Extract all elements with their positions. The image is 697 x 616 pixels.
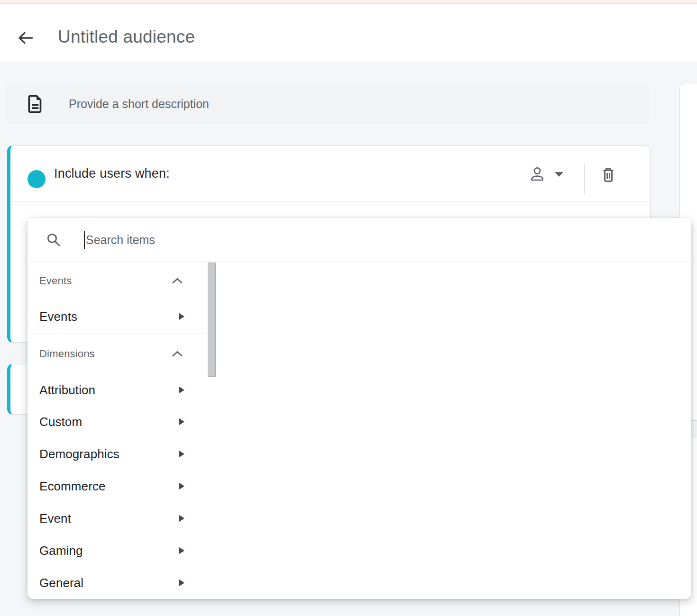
section-header-events[interactable]: Events xyxy=(28,268,196,294)
menu-item-demographics[interactable]: Demographics xyxy=(28,441,196,467)
section-divider xyxy=(28,334,208,334)
menu-item-label: General xyxy=(39,576,83,590)
section-label: Dimensions xyxy=(39,348,95,360)
scope-selector-button[interactable] xyxy=(525,163,581,186)
include-scope-dot xyxy=(28,170,46,188)
submenu-arrow-icon xyxy=(179,547,184,554)
section-label: Events xyxy=(39,275,72,287)
top-accent-strip xyxy=(0,0,697,4)
menu-item-general[interactable]: General xyxy=(28,570,196,596)
section-header-dimensions[interactable]: Dimensions xyxy=(28,341,196,367)
text-cursor xyxy=(84,231,85,249)
caret-down-icon xyxy=(555,172,563,177)
description-placeholder: Provide a short description xyxy=(69,83,209,124)
menu-item-label: Events xyxy=(39,309,77,324)
menu-item-label: Event xyxy=(39,511,71,526)
menu-item-label: Demographics xyxy=(39,447,119,462)
search-input[interactable] xyxy=(86,218,513,261)
page-title: Untitled audience xyxy=(58,27,195,47)
include-card-header: Include users when: xyxy=(10,146,650,202)
submenu-arrow-icon xyxy=(179,580,184,586)
submenu-arrow-icon xyxy=(179,418,184,425)
menu-item-label: Gaming xyxy=(39,544,83,558)
delete-condition-button[interactable] xyxy=(598,164,621,187)
submenu-arrow-icon xyxy=(179,515,184,522)
menu-item-events[interactable]: Events xyxy=(28,303,196,330)
menu-item-event[interactable]: Event xyxy=(28,505,196,532)
page-header: Untitled audience xyxy=(0,4,697,63)
menu-item-ecommerce[interactable]: Ecommerce xyxy=(28,473,196,499)
menu-item-label: Attribution xyxy=(39,383,95,398)
description-field[interactable]: Provide a short description xyxy=(6,83,650,124)
menu-item-label: Custom xyxy=(39,415,82,429)
include-card-title: Include users when: xyxy=(54,146,170,201)
document-icon xyxy=(28,94,43,114)
chevron-up-icon xyxy=(170,350,184,358)
menu-item-label: Ecommerce xyxy=(39,479,106,494)
trash-icon xyxy=(598,165,621,185)
chevron-up-icon xyxy=(170,277,184,285)
arrow-left-icon xyxy=(16,28,37,47)
item-picker-panel: Events Events Dimensions Attribution Cus… xyxy=(28,218,691,599)
menu-item-custom[interactable]: Custom xyxy=(28,408,196,435)
search-icon xyxy=(46,232,62,248)
menu-item-gaming[interactable]: Gaming xyxy=(28,537,196,564)
back-button[interactable] xyxy=(16,27,37,48)
menu-item-attribution[interactable]: Attribution xyxy=(28,377,196,403)
submenu-arrow-icon xyxy=(179,387,184,393)
submenu-arrow-icon xyxy=(179,483,184,489)
scrollbar-thumb[interactable] xyxy=(208,263,216,377)
person-icon xyxy=(528,165,546,183)
picker-search-row[interactable] xyxy=(28,218,691,262)
submenu-arrow-icon xyxy=(179,313,184,320)
header-vertical-divider xyxy=(584,163,585,195)
submenu-arrow-icon xyxy=(179,451,184,457)
